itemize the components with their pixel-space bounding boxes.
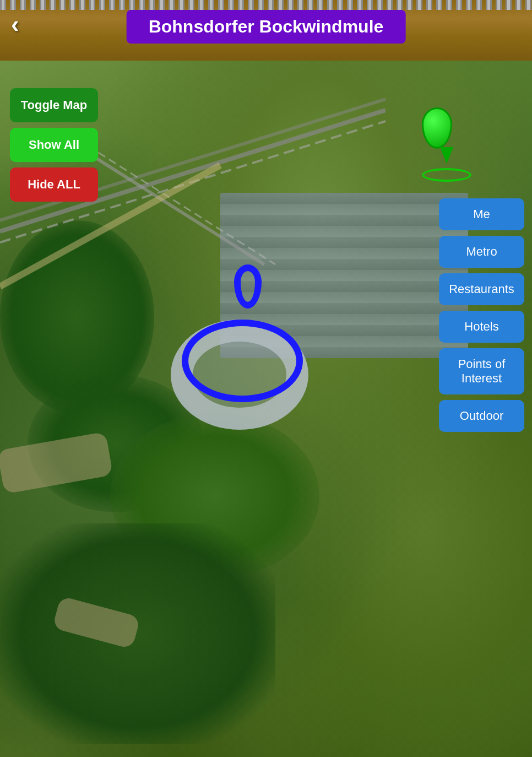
title-bar: Bohnsdorfer Bockwindmule [127, 10, 406, 44]
page-title: Bohnsdorfer Bockwindmule [149, 17, 384, 36]
left-controls: Toggle Map Show All Hide ALL [10, 88, 98, 202]
circular-structure [154, 292, 330, 446]
show-all-button[interactable]: Show All [10, 128, 98, 162]
category-button-me[interactable]: Me [439, 198, 524, 230]
category-button-metro[interactable]: Metro [439, 236, 524, 268]
hide-all-button[interactable]: Hide ALL [10, 167, 98, 202]
back-button[interactable]: ‹ [11, 12, 19, 36]
category-button-outdoor[interactable]: Outdoor [439, 400, 524, 432]
category-button-hotels[interactable]: Hotels [439, 311, 524, 343]
category-button-restaurants[interactable]: Restaurants [439, 273, 524, 305]
circular-ring [171, 320, 308, 430]
fence-decoration [0, 0, 532, 10]
category-button-points-of-interest[interactable]: Points of Interest [439, 348, 524, 394]
toggle-map-button[interactable]: Toggle Map [10, 88, 98, 122]
app-container: Bohnsdorfer Bockwindmule ‹ Toggle Map Sh… [0, 0, 532, 757]
tree-cluster [0, 523, 275, 744]
category-controls: MeMetroRestaurantsHotelsPoints of Intere… [439, 198, 524, 432]
